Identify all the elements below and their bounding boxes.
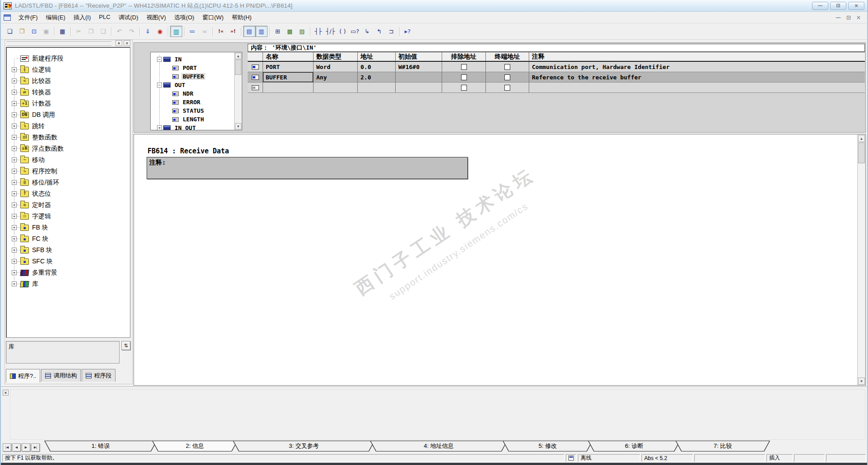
toolbar-button[interactable]: ⊐ xyxy=(385,26,397,37)
sidebar-tree-item[interactable]: + ? 状态位 xyxy=(6,188,130,199)
exclude-address-checkbox[interactable] xyxy=(461,74,467,80)
cell-address[interactable]: 0.0 xyxy=(358,62,396,72)
message-tab[interactable]: 2: 信息 xyxy=(152,441,238,451)
expand-plus-icon[interactable]: + xyxy=(12,146,17,151)
toolbar-button[interactable] xyxy=(308,26,312,37)
expand-plus-icon[interactable]: + xyxy=(12,157,17,162)
sidebar-tree-item[interactable]: + ⇄ 转换器 xyxy=(6,87,130,98)
menu-item[interactable]: 选项(O) xyxy=(170,12,199,23)
menu-item[interactable]: PLC xyxy=(95,12,114,23)
sidebar-tree-item[interactable]: + ↴ 跳转 xyxy=(6,120,130,132)
toolbar-button[interactable]: »! xyxy=(227,26,239,37)
tab-scroll-button[interactable]: ▶ xyxy=(22,443,30,451)
cell-address[interactable] xyxy=(358,83,396,92)
scrollbar-thumb[interactable] xyxy=(235,60,241,75)
sidebar-tree-item[interactable]: + ±R 浮点数函数 xyxy=(6,143,130,154)
toolbar-button[interactable]: ▥ xyxy=(170,26,182,37)
table-row[interactable]: BUFFER Any 2.0 Reference to the receive … xyxy=(248,72,865,83)
cell-data-type[interactable]: Any xyxy=(314,72,358,82)
sort-button[interactable]: ⇅ xyxy=(121,341,130,350)
toolbar-button[interactable]: ❑ xyxy=(97,26,109,37)
sidebar-tree-item[interactable]: + ╫ 位逻辑 xyxy=(6,64,130,75)
message-tab[interactable]: 1: 错误 xyxy=(44,441,157,451)
tab-scroll-button[interactable]: ▶| xyxy=(31,443,40,451)
sidebar-tree-item[interactable]: + ∷ 字逻辑 xyxy=(6,211,130,222)
scroll-up-icon[interactable]: ▲ xyxy=(858,135,865,142)
cell-name[interactable]: BUFFER xyxy=(263,72,314,82)
sidebar-tree-item[interactable]: + +1 计数器 xyxy=(6,98,130,109)
toolbar-button[interactable] xyxy=(69,26,73,37)
toolbar-button[interactable] xyxy=(239,26,243,37)
menu-item[interactable]: 视图(V) xyxy=(143,12,170,23)
palette-tab[interactable]: 程序?.. xyxy=(6,369,40,382)
expand-plus-icon[interactable]: + xyxy=(12,169,17,174)
expand-plus-icon[interactable]: + xyxy=(12,259,17,264)
menu-item[interactable]: 帮助(H) xyxy=(228,12,256,23)
interface-tree-node[interactable]: − OUT xyxy=(151,81,242,89)
minimize-button[interactable]: — xyxy=(812,2,828,10)
palette-tab[interactable]: 调用结构 xyxy=(41,369,81,382)
expand-plus-icon[interactable]: + xyxy=(12,248,17,253)
sidebar-tree-item[interactable]: + ~ 移动 xyxy=(6,154,130,166)
toolbar-button[interactable] xyxy=(52,26,56,37)
cell-address[interactable]: 2.0 xyxy=(358,72,396,82)
mdi-minimize-button[interactable]: — xyxy=(836,14,841,21)
toolbar-button[interactable]: ↳ xyxy=(361,26,373,37)
message-tab[interactable]: 7: 比较 xyxy=(675,441,770,451)
sidebar-tree-item[interactable]: 新建程序段 xyxy=(6,53,130,64)
expand-plus-icon[interactable]: + xyxy=(12,180,17,185)
toolbar-button[interactable]: ▸? xyxy=(402,26,414,37)
cell-data-type[interactable]: Word xyxy=(314,62,358,72)
toolbar-button[interactable]: ▦ xyxy=(56,26,69,37)
network-comment-box[interactable]: 注释: xyxy=(147,157,468,179)
toolbar-button[interactable]: ▭? xyxy=(349,26,361,37)
toolbar-button[interactable]: ▣ xyxy=(40,26,52,37)
sidebar-tree-item[interactable]: + ▪ FC 块 xyxy=(6,233,130,244)
toolbar-button[interactable] xyxy=(211,26,215,37)
cell-name[interactable] xyxy=(263,83,314,92)
expand-plus-icon[interactable]: + xyxy=(12,90,17,95)
palette-tab[interactable]: 程序段 xyxy=(82,369,115,382)
restore-button[interactable]: ⊡ xyxy=(830,2,846,10)
interface-tree-node[interactable]: LENGTH xyxy=(151,115,242,124)
toolbar-button[interactable]: ↰ xyxy=(373,26,385,37)
toolbar-button[interactable] xyxy=(182,26,186,37)
toolbar-button[interactable] xyxy=(109,26,113,37)
toolbar-button[interactable] xyxy=(138,26,142,37)
toolbar-button[interactable]: ✂ xyxy=(73,26,85,37)
toolbar-button[interactable]: !« xyxy=(215,26,227,37)
tab-scroll-button[interactable]: |◀ xyxy=(3,443,11,451)
expand-plus-icon[interactable]: + xyxy=(12,214,17,219)
expand-plus-icon[interactable]: + xyxy=(12,101,17,106)
toolbar-button[interactable]: ❐ xyxy=(16,26,28,37)
menu-item[interactable]: 窗口(W) xyxy=(199,12,228,23)
sidebar-tree-item[interactable]: + ▪ FB 块 xyxy=(6,222,130,233)
cell-initial-value[interactable] xyxy=(396,72,442,82)
interface-tree-scrollbar[interactable]: ▲ ▼ xyxy=(234,52,242,130)
scroll-up-icon[interactable]: ▲ xyxy=(235,53,241,59)
cell-comment[interactable]: Reference to the receive buffer xyxy=(529,72,865,82)
toolbar-button[interactable]: ⇓ xyxy=(142,26,154,37)
cell-initial-value[interactable]: W#16#0 xyxy=(396,62,442,72)
expand-plus-icon[interactable]: + xyxy=(12,135,17,140)
exclude-address-checkbox[interactable] xyxy=(461,64,467,70)
palette-header[interactable]: ▾ × xyxy=(5,40,132,46)
expand-plus-icon[interactable]: + xyxy=(12,225,17,230)
toolbar-button[interactable]: ⊡ xyxy=(28,26,40,37)
toolbar-button[interactable]: ❏ xyxy=(4,26,16,37)
cell-name[interactable]: PORT xyxy=(263,62,314,72)
toolbar-button[interactable] xyxy=(397,26,402,37)
menu-item[interactable]: 文件(F) xyxy=(14,12,42,23)
sidebar-tree-item[interactable]: + DB DB 调用 xyxy=(6,109,130,120)
expand-plus-icon[interactable]: + xyxy=(12,67,17,72)
interface-tree-node[interactable]: − IN xyxy=(151,55,242,64)
sidebar-tree-item[interactable]: + ⊙ 定时器 xyxy=(6,199,130,211)
expander-icon[interactable]: − xyxy=(157,57,162,62)
sidebar-tree-item[interactable]: + ∿ 程序控制 xyxy=(6,166,130,177)
palette-dropdown-button[interactable]: ▾ xyxy=(115,40,122,46)
cell-comment[interactable]: Communication port, Hardware Identifier xyxy=(529,62,865,72)
toolbar-button[interactable]: ⊞ xyxy=(272,26,284,37)
message-tab[interactable]: 3: 交叉参考 xyxy=(233,441,375,451)
cell-initial-value[interactable] xyxy=(396,83,442,92)
interface-tree-node[interactable]: STATUS xyxy=(151,106,242,115)
